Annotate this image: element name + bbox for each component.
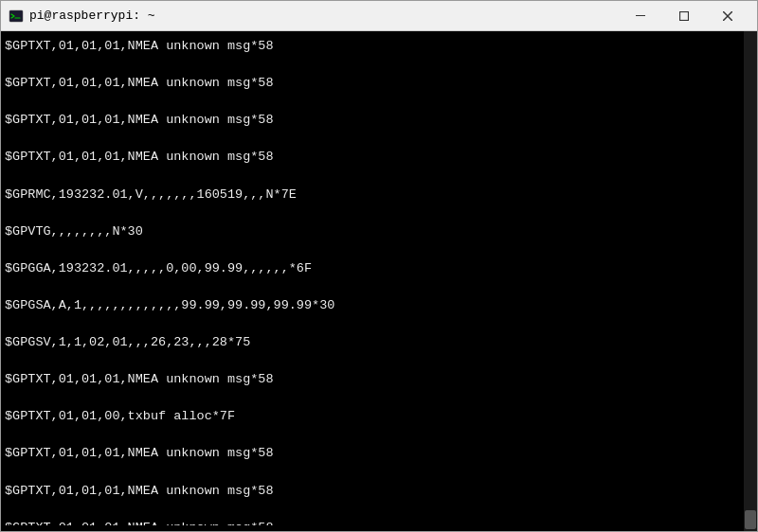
window-controls: [619, 1, 749, 31]
scrollbar-thumb[interactable]: [745, 510, 756, 529]
minimize-button[interactable]: [619, 1, 662, 31]
svg-rect-0: [9, 10, 23, 22]
scrollbar-track[interactable]: [744, 31, 757, 531]
title-bar: pi@raspberrypi: ~: [1, 1, 757, 31]
svg-rect-3: [680, 11, 689, 20]
terminal-icon: [9, 9, 24, 24]
maximize-button[interactable]: [662, 1, 706, 31]
close-button[interactable]: [706, 1, 749, 31]
window-title: pi@raspberrypi: ~: [29, 9, 155, 23]
terminal-body[interactable]: $GPTXT,01,01,01,NMEA unknown msg*58 $GPT…: [1, 31, 757, 531]
terminal-output: $GPTXT,01,01,01,NMEA unknown msg*58 $GPT…: [5, 37, 753, 525]
terminal-window: pi@raspberrypi: ~ $GPTXT,01,01,01,NMEA u…: [0, 0, 758, 532]
title-bar-left: pi@raspberrypi: ~: [9, 9, 155, 24]
